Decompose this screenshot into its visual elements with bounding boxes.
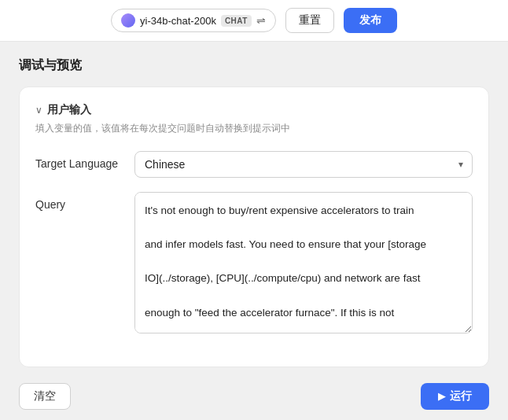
model-icon — [121, 13, 135, 28]
query-label: Query — [35, 192, 122, 211]
user-input-label: 用户输入 — [47, 103, 91, 117]
target-language-select-wrapper: Chinese English Japanese French Spanish … — [134, 151, 473, 178]
target-language-label: Target Language — [35, 151, 122, 170]
run-button[interactable]: ▶ 运行 — [421, 383, 489, 410]
clear-button[interactable]: 清空 — [19, 383, 71, 410]
query-textarea[interactable]: It's not enough to buy/rent expensive ac… — [134, 192, 473, 333]
sliders-icon: ⇌ — [256, 14, 266, 27]
top-bar: yi-34b-chat-200k CHAT ⇌ 重置 发布 — [0, 0, 508, 42]
run-label: 运行 — [450, 389, 472, 403]
target-language-row: Target Language Chinese English Japanese… — [35, 151, 473, 178]
main-content: 调试与预览 ∨ 用户输入 填入变量的值，该值将在每次提交问题时自动替换到提示词中… — [0, 42, 508, 420]
target-language-wrapper: Chinese English Japanese French Spanish … — [134, 151, 473, 178]
footer-row: 清空 ▶ 运行 — [19, 383, 489, 410]
query-row: Query It's not enough to buy/rent expens… — [35, 192, 473, 337]
debug-card: ∨ 用户输入 填入变量的值，该值将在每次提交问题时自动替换到提示词中 Targe… — [19, 87, 489, 367]
section-title: 调试与预览 — [19, 57, 489, 74]
model-name: yi-34b-chat-200k — [140, 15, 216, 27]
reset-button[interactable]: 重置 — [285, 8, 334, 33]
target-language-select[interactable]: Chinese English Japanese French Spanish — [134, 151, 473, 178]
play-icon: ▶ — [438, 391, 445, 402]
user-input-desc: 填入变量的值，该值将在每次提交问题时自动替换到提示词中 — [35, 122, 473, 135]
query-wrapper: It's not enough to buy/rent expensive ac… — [134, 192, 473, 337]
chevron-down-icon: ∨ — [35, 105, 42, 116]
publish-button[interactable]: 发布 — [344, 8, 397, 33]
user-input-header: ∨ 用户输入 — [35, 103, 473, 117]
model-selector[interactable]: yi-34b-chat-200k CHAT ⇌ — [111, 9, 276, 32]
chat-badge: CHAT — [221, 15, 252, 27]
